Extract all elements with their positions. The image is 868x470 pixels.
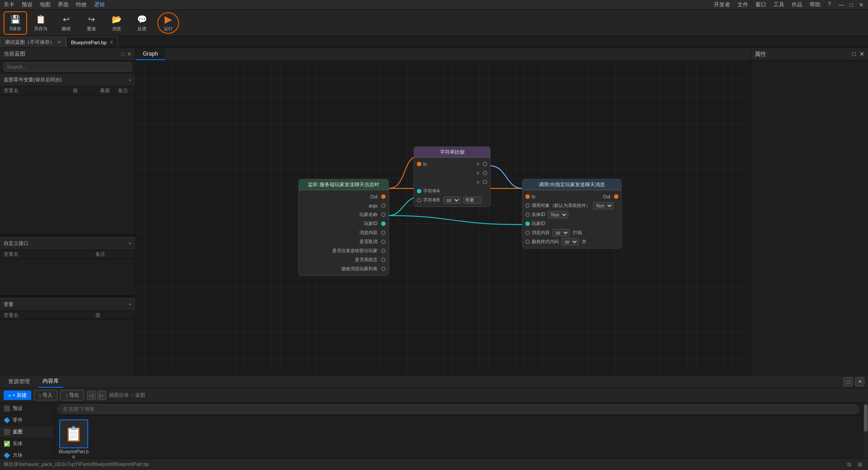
status-grid-icon[interactable]: ⊞ <box>855 460 864 469</box>
port-call-entityid-dot <box>525 212 530 217</box>
nav-forward-btn[interactable]: ▷ <box>97 391 106 400</box>
var-col-name: 变量名 <box>4 312 95 319</box>
port-call-non2-select[interactable]: Non <box>548 211 568 218</box>
menu-item-help[interactable]: 帮助 <box>810 1 821 9</box>
save-as-label: 另存为 <box>34 26 47 32</box>
port-call-color-type-select[interactable]: str <box>561 238 579 245</box>
undo-label: 撤销 <box>61 26 71 32</box>
cat-blueprint[interactable]: ⬛ 蓝图 <box>0 426 54 438</box>
right-panel-expand-icon[interactable]: □ <box>852 51 856 57</box>
browse-label: 浏览 <box>112 26 121 32</box>
port-listen-receivers: 接收消息玩家列表 <box>299 264 388 273</box>
redo-button[interactable]: ↪ 重做 <box>80 11 103 35</box>
add-custom-btn[interactable]: + <box>129 240 132 246</box>
asset-item[interactable]: 📋 BlueprintPart.bp <box>58 419 90 458</box>
breadcrumb-root[interactable]: 插图目录 <box>109 392 129 399</box>
menu-item-tools[interactable]: 工具 <box>774 1 784 9</box>
variables-section-header[interactable]: 蓝图零件变量(保存后同步) + <box>0 74 135 86</box>
menu-item-file[interactable]: 文件 <box>737 1 748 9</box>
feedback-button[interactable]: 💬 反馈 <box>130 11 154 35</box>
undo-button[interactable]: ↩ 撤销 <box>54 11 78 35</box>
bottom-tab-content[interactable]: 内容库 <box>38 376 63 388</box>
import-button[interactable]: ↑ 导入 <box>34 390 58 400</box>
asset-search-input[interactable] <box>58 404 859 414</box>
save-button[interactable]: 💾 S保存 <box>4 11 27 35</box>
left-panel-expand-icon[interactable]: □ <box>121 51 124 57</box>
run-button[interactable]: ▶ 运行 <box>157 12 179 34</box>
browse-button[interactable]: 📂 浏览 <box>105 11 128 35</box>
graph-tab[interactable]: Graph <box>136 48 165 60</box>
port-sc-charB-input[interactable] <box>463 197 481 204</box>
menu-item-map[interactable]: 地图 <box>40 1 51 9</box>
right-panel-close-icon[interactable]: ✕ <box>859 51 864 57</box>
asset-sidebar: ⬛ 预设 🔷 零件 ⬛ 蓝图 ✅ 实体 🔷 方块 🎁 物品 <box>0 403 54 458</box>
feedback-label: 反馈 <box>137 26 146 32</box>
bottom-tab-asset-mgr[interactable]: 资源管理 <box>4 376 34 388</box>
col-exposure: 暴露 <box>100 87 118 94</box>
var-col-headers: 变量名 值 <box>0 311 135 320</box>
status-copy-icon[interactable]: ⧉ <box>844 460 854 469</box>
port-listen-message-dot <box>381 230 386 235</box>
menu-item-ui[interactable]: 界面 <box>58 1 69 9</box>
cat-entity[interactable]: ✅ 实体 <box>0 438 54 450</box>
custom-col-headers: 变量名 备注 <box>0 250 135 259</box>
bottom-panel-close-btn[interactable]: ✕ <box>855 377 864 386</box>
tab-test-blueprint[interactable]: 测试蓝图（不可保存） ✕ <box>0 37 66 47</box>
var-section-header[interactable]: 变量 + <box>0 298 135 311</box>
asset-name: BlueprintPart.bp <box>58 449 90 458</box>
port-sc-gt: > <box>414 169 490 178</box>
custom-interface-content <box>0 259 135 295</box>
menu-item-dev[interactable]: 开发者 <box>714 1 730 9</box>
port-sc-charB-type-select[interactable]: str <box>443 197 461 204</box>
save-as-button[interactable]: 📋 另存为 <box>29 11 52 35</box>
menu-item-question[interactable]: ? <box>828 1 831 9</box>
menu-item-window[interactable]: 窗口 <box>755 1 766 9</box>
port-call-entityid: 实体ID Non <box>523 210 621 219</box>
port-sc-charB: 字符串B str <box>414 196 490 205</box>
variables-section-title: 蓝图零件变量(保存后同步) <box>4 76 61 83</box>
menu-item-level[interactable]: 关卡 <box>4 1 14 9</box>
menu-item-logic[interactable]: 逻辑 <box>94 1 105 9</box>
undo-icon: ↩ <box>61 14 71 25</box>
nav-back-btn[interactable]: ◁ <box>87 391 96 400</box>
custom-interface-header[interactable]: 自定义接口 + <box>0 237 135 250</box>
search-input[interactable] <box>4 62 132 71</box>
top-menu-bar: 关卡 预设 地图 界面 特效 逻辑 开发者 文件 窗口 工具 作品 帮助 ? —… <box>0 0 868 10</box>
left-panel-header: 当前蓝图 □ ✕ <box>0 48 135 61</box>
new-asset-button[interactable]: + + 新建 <box>4 390 31 400</box>
breadcrumb-current[interactable]: 蓝图 <box>135 392 145 399</box>
maximize-btn[interactable]: □ <box>848 2 854 8</box>
custom-col-name: 变量名 <box>4 251 95 258</box>
cat-part[interactable]: 🔷 零件 <box>0 414 54 426</box>
left-panel-close-icon[interactable]: ✕ <box>127 51 132 57</box>
close-btn[interactable]: ✕ <box>858 2 864 8</box>
node-call[interactable]: 调用:向指定玩家发送聊天消息 In Out 调用对象（默认为系统组件） Non <box>522 179 622 249</box>
port-call-non-select[interactable]: Non <box>593 202 613 209</box>
node-string-compare[interactable]: 字符串比较 In < > > <box>414 146 491 207</box>
tab-bp-close[interactable]: ✕ <box>109 40 113 45</box>
variables-content <box>0 95 135 234</box>
port-call-playerid-dot <box>525 221 530 226</box>
right-panel-icons: □ ✕ <box>852 51 864 57</box>
add-var-btn[interactable]: + <box>129 301 132 307</box>
tab-test-label: 测试蓝图（不可保存） <box>5 39 55 46</box>
right-scrollbar[interactable] <box>863 403 868 458</box>
cat-preset[interactable]: ⬛ 预设 <box>0 403 54 414</box>
export-button[interactable]: ↑ 导出 <box>60 390 84 400</box>
window-controls: — □ ✕ <box>838 1 864 9</box>
port-listen-playerid: 玩家ID <box>299 219 388 228</box>
add-variable-btn[interactable]: + <box>129 77 132 83</box>
port-sc-in-dot <box>417 162 421 166</box>
minimize-btn[interactable]: — <box>838 2 844 8</box>
node-string-compare-body: In < > > 字符串A <box>414 158 490 207</box>
port-call-msg-type-select[interactable]: str <box>552 229 570 236</box>
save-as-icon: 📋 <box>35 14 46 25</box>
menu-item-effects[interactable]: 特效 <box>76 1 87 9</box>
cat-block[interactable]: 🔷 方块 <box>0 450 54 458</box>
menu-item-works[interactable]: 作品 <box>792 1 802 9</box>
tab-blueprint-part[interactable]: BlueprintPart.bp ✕ <box>66 37 118 47</box>
tab-test-close[interactable]: ✕ <box>57 40 61 45</box>
bottom-panel-expand-btn[interactable]: □ <box>844 377 853 386</box>
node-listen[interactable]: 监听:服务端玩家发送聊天信息时 Out args 玩家名称 <box>298 179 389 276</box>
menu-item-preset[interactable]: 预设 <box>22 1 33 9</box>
